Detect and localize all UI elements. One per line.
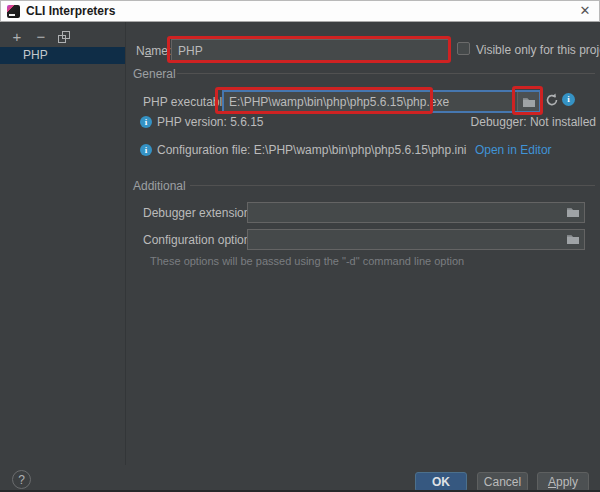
open-in-editor-link[interactable]: Open in Editor bbox=[475, 143, 552, 157]
apply-rest: pply bbox=[556, 475, 578, 489]
close-icon[interactable]: ✕ bbox=[577, 3, 593, 19]
version-info-icon: i bbox=[140, 116, 152, 128]
add-interpreter-button[interactable]: + bbox=[10, 30, 24, 44]
config-options-label: Configuration options: bbox=[143, 233, 260, 247]
titlebar: CLI Interpreters ✕ bbox=[0, 0, 600, 22]
additional-section-line bbox=[190, 185, 595, 186]
sidebar-separator bbox=[125, 22, 126, 465]
debugger-extension-label: Debugger extension: bbox=[143, 206, 254, 220]
window-title: CLI Interpreters bbox=[26, 4, 115, 18]
config-file-info-icon: i bbox=[140, 144, 152, 156]
php-version-text: PHP version: 5.6.15 bbox=[157, 115, 264, 129]
reload-interpreter-icon[interactable] bbox=[545, 93, 559, 111]
name-label-pre: N bbox=[136, 44, 145, 58]
copy-interpreter-icon[interactable] bbox=[58, 31, 70, 43]
apply-mnemonic: A bbox=[548, 475, 556, 489]
php-executable-label: PHP executable: bbox=[143, 95, 232, 109]
php-executable-input[interactable] bbox=[224, 92, 517, 111]
debugger-extension-input[interactable] bbox=[247, 202, 585, 223]
folder-icon bbox=[522, 96, 536, 108]
cli-interpreters-dialog: CLI Interpreters ✕ + − PHP Name: Visible… bbox=[0, 0, 600, 492]
php-executable-field bbox=[222, 90, 541, 113]
interpreter-list-item-php[interactable]: PHP bbox=[0, 47, 125, 64]
additional-section-label: Additional bbox=[133, 179, 186, 193]
name-input[interactable] bbox=[171, 39, 449, 62]
config-file-row: Configuration file: E:\PHP\wamp\bin\php\… bbox=[157, 143, 552, 157]
apply-button[interactable]: Apply bbox=[537, 472, 589, 492]
phpstorm-logo-icon bbox=[7, 5, 20, 18]
folder-icon bbox=[566, 206, 580, 218]
name-label-post: me: bbox=[151, 44, 171, 58]
dialog-body: + − PHP Name: Visible only for this proj… bbox=[0, 22, 600, 492]
ok-button[interactable]: OK bbox=[415, 472, 467, 492]
folder-icon bbox=[566, 233, 580, 245]
visible-only-checkbox[interactable] bbox=[457, 42, 470, 55]
visible-only-label: Visible only for this project bbox=[476, 43, 600, 57]
copy-square-front bbox=[62, 31, 70, 39]
interpreter-list-toolbar: + − bbox=[10, 30, 70, 44]
options-hint-text: These options will be passed using the "… bbox=[150, 255, 464, 267]
help-button[interactable]: ? bbox=[12, 470, 31, 489]
browse-executable-button[interactable] bbox=[517, 92, 539, 111]
debugger-status-text: Debugger: Not installed bbox=[471, 115, 596, 129]
config-options-input[interactable] bbox=[247, 229, 585, 250]
browse-debugger-extension-button[interactable] bbox=[566, 206, 596, 218]
config-file-text: Configuration file: E:\PHP\wamp\bin\php\… bbox=[157, 143, 467, 157]
general-section-label: General bbox=[133, 67, 176, 81]
general-section-line bbox=[177, 73, 595, 74]
name-label: Name: bbox=[136, 44, 171, 58]
expand-config-options-button[interactable] bbox=[566, 233, 596, 245]
remove-interpreter-button[interactable]: − bbox=[34, 30, 48, 44]
cancel-button[interactable]: Cancel bbox=[477, 472, 528, 492]
executable-info-icon[interactable]: i bbox=[562, 93, 575, 106]
